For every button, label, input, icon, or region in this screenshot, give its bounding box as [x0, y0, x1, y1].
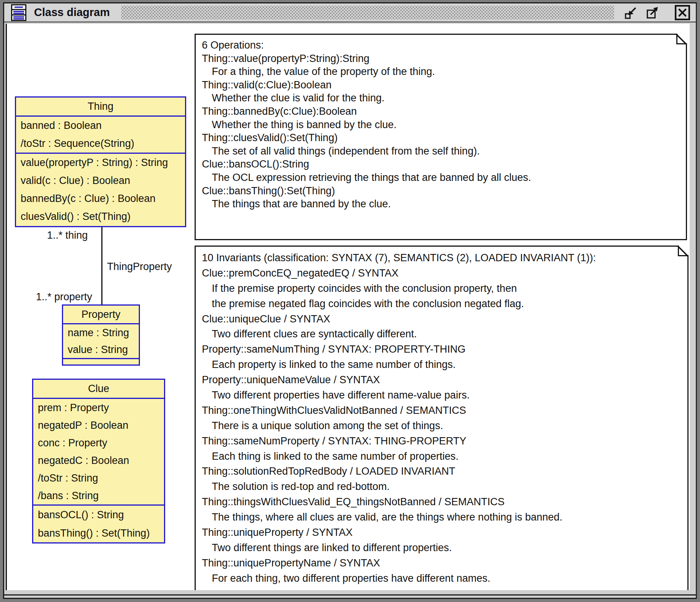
class-operation: valid(c : Clue) : Boolean	[21, 172, 185, 190]
window-title: Class diagram	[32, 6, 112, 19]
minimize-button[interactable]	[623, 5, 639, 21]
close-button[interactable]	[674, 5, 690, 21]
note-line: The solution is red-top and red-bottom.	[202, 479, 681, 495]
note-operations-text: 6 Operations:Thing::value(propertyP:Stri…	[196, 35, 686, 239]
note-line: Thing::uniqueProperty / SYNTAX	[202, 525, 681, 540]
note-line: Thing::valid(c:Clue):Boolean	[202, 78, 680, 92]
class-attribute: value : String	[68, 341, 139, 358]
note-line: Clue::premConcEQ_negatedEQ / SYNTAX	[202, 266, 681, 281]
association-multiplicity-property: 1..* property	[36, 291, 92, 303]
note-invariants[interactable]: 10 Invariants (classification: SYNTAX (7…	[195, 246, 689, 590]
note-invariants-text: 10 Invariants (classification: SYNTAX (7…	[196, 247, 687, 590]
note-line: Clue::uniqueClue / SYNTAX	[202, 312, 681, 327]
note-line: The set of all valid things (independent…	[202, 145, 680, 158]
note-line: Thing::bannedBy(c:Clue):Boolean	[202, 105, 680, 118]
association-multiplicity-thing: 1..* thing	[47, 229, 88, 241]
note-line: Two different properties have different …	[202, 388, 681, 403]
note-line: Two different clues are syntactically di…	[202, 327, 681, 342]
class-attribute: negatedC : Boolean	[38, 452, 164, 469]
note-line: Clue::bansThing():Set(Thing)	[202, 184, 680, 198]
class-attribute: conc : Property	[38, 434, 164, 452]
class-attribute: /toStr : Sequence(String)	[21, 135, 185, 153]
class-attribute: prem : Property	[38, 399, 164, 417]
titlebar-texture	[121, 6, 614, 20]
note-line: There is a unique solution among the set…	[202, 418, 681, 434]
class-attribute: /toStr : String	[38, 469, 164, 487]
note-line: Whether the thing is banned by the clue.	[202, 118, 680, 132]
class-box-clue[interactable]: Clueprem : PropertynegatedP : Booleancon…	[32, 379, 165, 543]
maximize-icon	[645, 5, 660, 20]
class-box-thing[interactable]: Thingbanned : Boolean/toStr : Sequence(S…	[15, 96, 186, 227]
class-operation: cluesValid() : Set(Thing)	[21, 208, 185, 226]
association-line-thingproperty[interactable]	[101, 227, 102, 304]
class-attribute: name : String	[68, 324, 139, 341]
diagram-canvas: Thingbanned : Boolean/toStr : Sequence(S…	[6, 24, 690, 590]
note-line: Each property is linked to the same numb…	[202, 357, 681, 373]
note-line: If the premise property coincides with t…	[202, 281, 681, 296]
class-operation: value(propertyP : String) : String	[21, 154, 185, 172]
class-name: Property	[63, 306, 139, 323]
class-operation: bannedBy(c : Clue) : Boolean	[21, 190, 185, 208]
note-line: Thing::cluesValid():Set(Thing)	[202, 131, 680, 145]
class-attribute: negatedP : Boolean	[38, 417, 164, 434]
note-line: Property::sameNumThing / SYNTAX: PROPERT…	[202, 342, 681, 357]
note-line: For each thing, two different properties…	[202, 571, 681, 586]
note-line: Thing::thingsWithCluesValid_EQ_thingsNot…	[202, 495, 681, 510]
class-diagram-icon	[11, 4, 26, 21]
note-operations[interactable]: 6 Operations:Thing::value(propertyP:Stri…	[195, 34, 687, 240]
note-line: The things that are banned by the clue.	[202, 197, 680, 211]
note-line: Thing::solutionRedTopRedBody / LOADED IN…	[202, 464, 681, 479]
maximize-button[interactable]	[645, 5, 661, 21]
note-line: 10 Invariants (classification: SYNTAX (7…	[202, 251, 681, 266]
note-line: 6 Operations:	[202, 39, 680, 52]
titlebar[interactable]: Class diagram	[4, 3, 696, 23]
note-line: the premise negated flag coincides with …	[202, 296, 681, 312]
note-line: Two different things are linked to diffe…	[202, 540, 681, 556]
minimize-icon	[624, 5, 638, 20]
note-line: The things, where all clues are valid, a…	[202, 510, 681, 525]
class-box-property[interactable]: Propertyname : Stringvalue : String	[62, 304, 140, 366]
close-icon	[674, 5, 690, 21]
class-operation: bansOCL() : String	[38, 506, 164, 524]
class-attribute: /bans : String	[38, 487, 164, 504]
note-line: Thing::value(propertyP:String):String	[202, 52, 680, 65]
note-line: Clue::bansOCL():String	[202, 158, 680, 171]
note-line: Thing::uniquePropertyName / SYNTAX	[202, 556, 681, 571]
window-frame: Class diagram	[3, 2, 697, 599]
note-line: Property::uniqueNameValue / SYNTAX	[202, 373, 681, 388]
class-operation: bansThing() : Set(Thing)	[38, 524, 164, 542]
note-line: For a thing, the value of the property o…	[202, 65, 680, 78]
class-diagram-window: Class diagram	[0, 0, 700, 602]
note-line: Each thing is linked to the same number …	[202, 449, 681, 464]
note-line: The OCL expression retrieving the things…	[202, 171, 680, 184]
association-name: ThingProperty	[107, 261, 172, 273]
class-attribute: banned : Boolean	[21, 117, 185, 135]
class-name: Thing	[16, 98, 185, 116]
note-line: Thing::sameNumProperty / SYNTAX: THING-P…	[202, 434, 681, 449]
note-line: Thing::oneThingWithCluesValidNotBanned /…	[202, 403, 681, 418]
note-line: Whether the clue is valid for the thing.	[202, 91, 680, 105]
class-name: Clue	[33, 380, 164, 398]
